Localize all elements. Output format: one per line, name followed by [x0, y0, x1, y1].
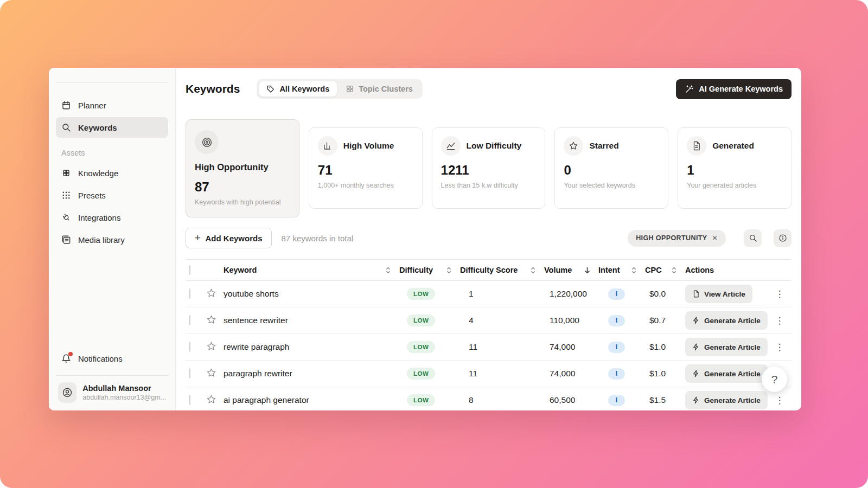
- star-icon[interactable]: [206, 368, 216, 378]
- sidebar-item-keywords[interactable]: Keywords: [56, 117, 168, 138]
- keyword-cell: ai paragraph generator: [224, 395, 399, 405]
- sidebar-item-label: Keywords: [78, 123, 117, 132]
- sort-icon: [385, 267, 392, 274]
- table-row: youtube shorts LOW 1 1,220,000 I $0.0 Vi…: [186, 281, 792, 307]
- article-action-button[interactable]: View Article: [685, 285, 752, 303]
- row-checkbox[interactable]: [189, 342, 190, 352]
- tab-all-keywords[interactable]: All Keywords: [259, 81, 337, 97]
- difficulty-badge: LOW: [407, 314, 435, 326]
- difficulty-badge: LOW: [407, 368, 435, 380]
- action-button-label: View Article: [704, 290, 745, 298]
- ai-generate-keywords-button[interactable]: AI Generate Keywords: [676, 79, 792, 99]
- column-header-difficulty-score[interactable]: Difficulty Score: [460, 266, 544, 274]
- action-button-label: Generate Article: [704, 343, 761, 351]
- column-header-intent[interactable]: Intent: [598, 266, 645, 274]
- column-header-actions: Actions: [685, 266, 772, 274]
- kebab-menu-button[interactable]: ⋮: [772, 393, 787, 408]
- card-caption: Less than 15 k.w difficulty: [441, 182, 537, 189]
- intent-badge: I: [608, 342, 625, 353]
- intent-badge: I: [608, 368, 625, 380]
- star-icon[interactable]: [206, 341, 216, 351]
- action-button-label: Generate Article: [704, 396, 761, 404]
- stat-card-generated[interactable]: Generated 1 Your generated articles: [678, 127, 792, 209]
- sidebar-item-planner[interactable]: Planner: [56, 95, 168, 115]
- sidebar-item-integrations[interactable]: Integrations: [56, 207, 168, 228]
- filter-chip-label: HIGH OPPORTUNITY: [636, 234, 707, 242]
- filter-chip-high-opportunity[interactable]: HIGH OPPORTUNITY ✕: [628, 230, 726, 247]
- article-action-button[interactable]: Generate Article: [685, 391, 768, 409]
- tab-label: Topic Clusters: [359, 85, 413, 93]
- tab-topic-clusters[interactable]: Topic Clusters: [338, 81, 420, 97]
- info-icon: [778, 234, 787, 242]
- calendar-icon: [61, 100, 71, 110]
- media-library-icon: [61, 235, 71, 245]
- sidebar-item-knowledge[interactable]: Knowledge: [56, 163, 168, 183]
- star-icon: [564, 136, 583, 156]
- brain-icon: [61, 168, 71, 178]
- keyword-cell: youtube shorts: [224, 289, 399, 299]
- cpc-cell: $1.0: [645, 342, 685, 352]
- row-checkbox[interactable]: [189, 315, 190, 325]
- row-checkbox[interactable]: [189, 368, 190, 378]
- difficulty-score-cell: 11: [460, 342, 544, 352]
- card-caption: Your generated articles: [687, 182, 782, 189]
- user-name: Abdullah Mansoor: [82, 383, 166, 393]
- sidebar-item-label: Planner: [78, 101, 106, 110]
- article-action-button[interactable]: Generate Article: [685, 338, 768, 356]
- sort-icon: [671, 267, 678, 274]
- close-icon[interactable]: ✕: [712, 234, 718, 242]
- star-icon[interactable]: [206, 394, 216, 404]
- stat-card-low-difficulty[interactable]: Low Difficulty 1211 Less than 15 k.w dif…: [432, 127, 546, 209]
- column-header-cpc[interactable]: CPC: [645, 266, 685, 274]
- help-button[interactable]: ?: [762, 367, 787, 392]
- info-button[interactable]: [774, 229, 792, 247]
- action-button-label: Generate Article: [704, 370, 761, 378]
- column-header-difficulty[interactable]: Difficulty: [399, 266, 460, 274]
- page-title: Keywords: [186, 82, 240, 95]
- stat-card-high-opportunity[interactable]: High Opportunity 87 Keywords with high p…: [186, 119, 299, 217]
- main-header: Keywords All Keywords Topic Clusters: [186, 78, 792, 100]
- card-value: 87: [195, 179, 290, 195]
- kebab-menu-button[interactable]: ⋮: [772, 313, 787, 328]
- grid-dots-icon: [61, 190, 71, 200]
- difficulty-score-cell: 8: [460, 395, 544, 405]
- bar-chart-icon: [318, 136, 337, 156]
- sidebar-item-notifications[interactable]: Notifications: [56, 348, 168, 369]
- volume-cell: 1,220,000: [544, 289, 598, 299]
- star-icon[interactable]: [206, 288, 216, 298]
- select-all-checkbox[interactable]: [189, 265, 190, 275]
- stat-card-high-volume[interactable]: High Volume 71 1,000+ monthly searches: [309, 127, 423, 209]
- user-profile[interactable]: Abdullah Mansoor abdullah.mansoor13@gm..…: [56, 382, 168, 403]
- card-title: High Volume: [343, 141, 394, 151]
- difficulty-score-cell: 1: [460, 289, 544, 299]
- stat-card-starred[interactable]: Starred 0 Your selected keywords: [554, 127, 668, 209]
- sidebar-divider: [56, 82, 168, 83]
- cpc-cell: $1.0: [645, 369, 685, 378]
- column-header-keyword[interactable]: Keyword: [224, 266, 399, 274]
- card-value: 0: [564, 163, 659, 178]
- article-action-button[interactable]: Generate Article: [685, 364, 768, 383]
- generate-button-label: AI Generate Keywords: [699, 85, 783, 93]
- article-action-button[interactable]: Generate Article: [685, 311, 768, 330]
- column-header-volume[interactable]: Volume: [544, 266, 598, 274]
- stat-cards: High Opportunity 87 Keywords with high p…: [186, 119, 792, 217]
- add-keywords-button[interactable]: + Add Keywords: [186, 228, 272, 248]
- search-button[interactable]: [744, 229, 762, 247]
- sidebar-item-media-library[interactable]: Media library: [56, 229, 168, 250]
- row-checkbox[interactable]: [189, 395, 190, 405]
- kebab-menu-button[interactable]: ⋮: [772, 339, 787, 355]
- plus-icon: +: [195, 233, 201, 244]
- star-icon[interactable]: [206, 314, 216, 325]
- row-checkbox[interactable]: [189, 288, 190, 299]
- volume-cell: 110,000: [544, 316, 598, 325]
- cpc-cell: $0.7: [645, 316, 685, 325]
- bell-icon: [61, 354, 71, 363]
- keyword-cell: paragraph rewriter: [224, 369, 399, 378]
- sidebar-item-presets[interactable]: Presets: [56, 185, 168, 206]
- grid-icon: [346, 85, 354, 93]
- kebab-menu-button[interactable]: ⋮: [772, 286, 787, 301]
- difficulty-badge: LOW: [407, 288, 435, 300]
- keyword-cell: sentence rewriter: [224, 316, 399, 325]
- sort-icon: [445, 267, 452, 274]
- volume-cell: 74,000: [544, 342, 598, 352]
